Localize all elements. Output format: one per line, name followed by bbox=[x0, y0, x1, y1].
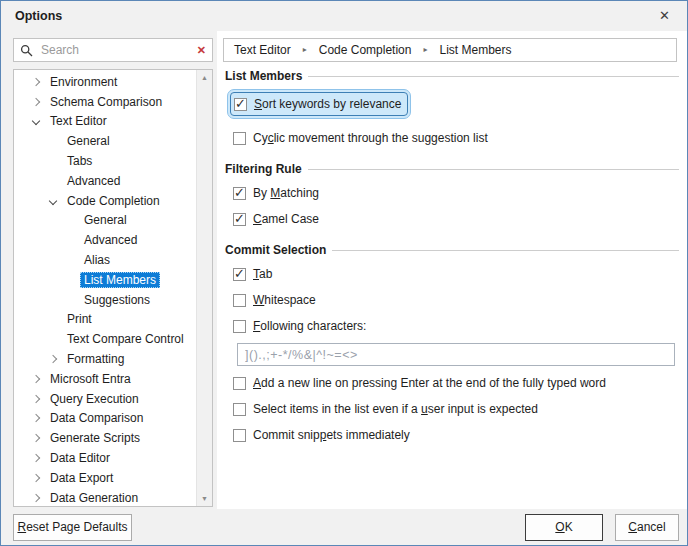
title-bar: Options ✕ bbox=[1, 1, 687, 31]
tree-item-tabs[interactable]: Tabs bbox=[14, 151, 196, 171]
tree-item-generate-scripts[interactable]: Generate Scripts bbox=[14, 428, 196, 448]
section-commit-selection: Commit Selection✓Tab✓Whitespace✓Followin… bbox=[223, 243, 679, 444]
checkbox-checked[interactable]: ✓ bbox=[233, 213, 246, 226]
following-characters-input[interactable] bbox=[237, 343, 675, 366]
checkbox-unchecked[interactable]: ✓ bbox=[233, 377, 246, 390]
tree-item-alias[interactable]: Alias bbox=[14, 250, 196, 270]
chevron-right-icon[interactable] bbox=[26, 495, 46, 501]
chevron-right-icon[interactable] bbox=[26, 376, 46, 382]
search-box: ✕ bbox=[13, 38, 213, 62]
close-icon[interactable]: ✕ bbox=[659, 8, 670, 23]
checkbox-row-tab[interactable]: ✓Tab bbox=[233, 265, 679, 283]
scroll-down-icon[interactable]: ▼ bbox=[197, 495, 212, 502]
checkbox-row-sort-keywords-by-relevance[interactable]: ✓Sort keywords by relevance bbox=[234, 95, 401, 113]
checkbox-label: Whitespace bbox=[253, 293, 316, 307]
chevron-down-icon[interactable] bbox=[26, 118, 46, 124]
tree-item-label: Alias bbox=[80, 252, 114, 268]
tree-item-general[interactable]: General bbox=[14, 131, 196, 151]
chevron-right-icon[interactable] bbox=[26, 396, 46, 402]
chevron-down-icon[interactable] bbox=[43, 198, 63, 204]
tree-item-label: Formatting bbox=[63, 351, 128, 367]
chevron-right-icon[interactable] bbox=[43, 356, 63, 362]
checkbox-row-select-items-in-the-list-even-if-a-user-[interactable]: ✓Select items in the list even if a user… bbox=[233, 400, 679, 418]
dialog-title: Options bbox=[15, 9, 62, 23]
tree-item-label: Schema Comparison bbox=[46, 94, 166, 110]
tree-item-label: General bbox=[80, 212, 131, 228]
chevron-right-icon[interactable] bbox=[26, 415, 46, 421]
section-divider bbox=[308, 76, 679, 77]
tree-item-data-generation[interactable]: Data Generation bbox=[14, 488, 196, 504]
search-highlight-outer: ✓Sort keywords by relevance bbox=[227, 89, 411, 119]
section-header: List Members bbox=[225, 69, 679, 83]
tree-item-label: Data Export bbox=[46, 470, 117, 486]
tree-item-data-comparison[interactable]: Data Comparison bbox=[14, 409, 196, 429]
tree-item-advanced[interactable]: Advanced bbox=[14, 171, 196, 191]
tree-item-data-export[interactable]: Data Export bbox=[14, 468, 196, 488]
checkbox-label: Camel Case bbox=[253, 212, 319, 226]
clear-search-icon[interactable]: ✕ bbox=[197, 45, 206, 56]
tree-item-label: List Members bbox=[80, 272, 160, 288]
tree-item-code-completion[interactable]: Code Completion bbox=[14, 191, 196, 211]
breadcrumb-item-list-members[interactable]: List Members bbox=[439, 43, 511, 57]
cancel-button[interactable]: Cancel bbox=[615, 514, 679, 541]
checkbox-unchecked[interactable]: ✓ bbox=[233, 132, 246, 145]
tree-item-label: Data Comparison bbox=[46, 410, 147, 426]
check-icon: ✓ bbox=[234, 185, 245, 200]
tree-item-list-members[interactable]: List Members bbox=[14, 270, 196, 290]
checkbox-label: By Matching bbox=[253, 186, 319, 200]
tree-item-print[interactable]: Print bbox=[14, 310, 196, 330]
tree-scrollbar[interactable]: ▲ ▼ bbox=[196, 70, 212, 506]
breadcrumb-separator-icon: ▸ bbox=[303, 46, 307, 54]
checkbox-checked[interactable]: ✓ bbox=[233, 187, 246, 200]
checkbox-unchecked[interactable]: ✓ bbox=[233, 429, 246, 442]
ok-button[interactable]: OK bbox=[525, 514, 603, 541]
check-icon: ✓ bbox=[234, 211, 245, 226]
checkbox-unchecked[interactable]: ✓ bbox=[233, 320, 246, 333]
checkbox-row-following-characters[interactable]: ✓Following characters: bbox=[233, 317, 679, 335]
chevron-right-icon[interactable] bbox=[26, 435, 46, 441]
settings-content: List Members✓Sort keywords by relevance✓… bbox=[223, 65, 679, 459]
options-tree: EnvironmentSchema ComparisonText EditorG… bbox=[13, 69, 213, 507]
tree-item-environment[interactable]: Environment bbox=[14, 72, 196, 92]
tree-item-label: Query Execution bbox=[46, 391, 143, 407]
tree-item-schema-comparison[interactable]: Schema Comparison bbox=[14, 92, 196, 112]
checkbox-row-whitespace[interactable]: ✓Whitespace bbox=[233, 291, 679, 309]
chevron-right-icon[interactable] bbox=[26, 475, 46, 481]
tree-item-advanced[interactable]: Advanced bbox=[14, 230, 196, 250]
checkbox-row-add-a-new-line-on-pressing-enter-at-the-[interactable]: ✓Add a new line on pressing Enter at the… bbox=[233, 374, 679, 392]
tree-item-text-compare-control[interactable]: Text Compare Control bbox=[14, 329, 196, 349]
tree-item-formatting[interactable]: Formatting bbox=[14, 349, 196, 369]
chevron-right-icon[interactable] bbox=[26, 455, 46, 461]
checkbox-checked[interactable]: ✓ bbox=[234, 98, 247, 111]
tree-item-text-editor[interactable]: Text Editor bbox=[14, 112, 196, 132]
breadcrumb-separator-icon: ▸ bbox=[423, 46, 427, 54]
tree-item-suggestions[interactable]: Suggestions bbox=[14, 290, 196, 310]
tree-item-label: Advanced bbox=[63, 173, 124, 189]
section-title: Filtering Rule bbox=[225, 162, 302, 176]
checkbox-label: Tab bbox=[253, 267, 272, 281]
checkbox-label: Following characters: bbox=[253, 319, 366, 333]
breadcrumb-item-code-completion[interactable]: Code Completion bbox=[319, 43, 412, 57]
breadcrumb-item-text-editor[interactable]: Text Editor bbox=[234, 43, 291, 57]
checkbox-row-by-matching[interactable]: ✓By Matching bbox=[233, 184, 679, 202]
search-input[interactable] bbox=[39, 42, 191, 58]
checkbox-row-cyclic-movement-through-the-suggestion-l[interactable]: ✓Cyclic movement through the suggestion … bbox=[233, 129, 679, 147]
scroll-up-icon[interactable]: ▲ bbox=[197, 74, 212, 81]
checkbox-checked[interactable]: ✓ bbox=[233, 268, 246, 281]
search-icon bbox=[20, 44, 33, 57]
tree-item-data-editor[interactable]: Data Editor bbox=[14, 448, 196, 468]
checkbox-unchecked[interactable]: ✓ bbox=[233, 294, 246, 307]
chevron-right-icon[interactable] bbox=[26, 79, 46, 85]
tree-item-general[interactable]: General bbox=[14, 211, 196, 231]
reset-page-defaults-button[interactable]: Reset Page Defaults bbox=[13, 514, 132, 541]
section-filtering-rule: Filtering Rule✓By Matching✓Camel Case bbox=[223, 162, 679, 228]
tree-item-microsoft-entra[interactable]: Microsoft Entra bbox=[14, 369, 196, 389]
checkbox-unchecked[interactable]: ✓ bbox=[233, 403, 246, 416]
breadcrumb: Text Editor▸Code Completion▸List Members bbox=[223, 38, 677, 62]
chevron-right-icon[interactable] bbox=[26, 99, 46, 105]
tree-item-query-execution[interactable]: Query Execution bbox=[14, 389, 196, 409]
tree-item-label: Microsoft Entra bbox=[46, 371, 135, 387]
checkbox-row-camel-case[interactable]: ✓Camel Case bbox=[233, 210, 679, 228]
tree-item-label: Tabs bbox=[63, 153, 96, 169]
checkbox-row-commit-snippets-immediately[interactable]: ✓Commit snippets immediately bbox=[233, 426, 679, 444]
